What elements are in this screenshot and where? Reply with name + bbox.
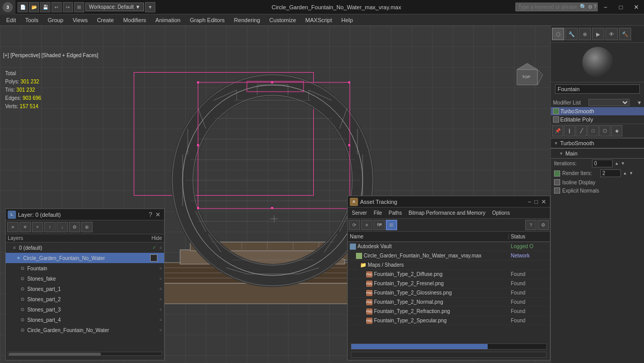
layer-tb-merge-icon[interactable]: ⊕ [81,222,93,232]
menu-animation[interactable]: Animation [151,16,185,24]
menu-customize[interactable]: Customize [265,16,300,24]
open-icon[interactable]: 📂 [29,2,39,12]
rp-pin-icon[interactable]: 📌 [552,125,563,136]
asset-menu-options[interactable]: Options [489,209,513,217]
asset-menu-bitmap[interactable]: Bitmap Performance and Memory [405,209,489,217]
menu-graph-editors[interactable]: Graph Editors [186,16,229,24]
asset-row-7[interactable]: PNG Fountain_Type_2_Refraction.png Found [348,307,550,316]
asset-tb-refresh-icon[interactable]: ⟳ [349,220,360,230]
layer-item-2[interactable]: ⊙ Fountain ≡ [6,263,164,273]
rp-iterations-spinner-up[interactable]: ▲ [615,161,619,166]
asset-panel-min[interactable]: − [526,198,533,205]
asset-row-3[interactable]: PNG Fountain_Type_2_Diffuse.png Found [348,270,550,279]
modifier-list-dropdown[interactable] [588,99,630,106]
help-icon[interactable]: ? [594,4,597,10]
asset-panel-close[interactable]: ✕ [540,198,548,205]
layer-tb-add-icon[interactable]: + [32,222,43,232]
layer-panel-titlebar[interactable]: L Layer: 0 (default) ? ✕ [6,209,164,220]
layer-item-0[interactable]: ≡ 0 (default) ✓ ≡ [6,243,164,253]
layer-item-5[interactable]: ⊙ Stones_part_2 ≡ [6,294,164,304]
asset-tb-help-icon[interactable]: ? [525,220,536,230]
modifier-editable-poly-checkbox[interactable] [553,116,559,123]
object-name-field[interactable] [555,84,640,94]
redo-icon[interactable]: ↪ [63,2,73,12]
layer-item-7[interactable]: ⊙ Stones_part_4 ≡ [6,315,164,325]
rp-border-icon[interactable]: □ [587,125,599,136]
search-input[interactable] [518,4,580,10]
save-icon[interactable]: 💾 [40,2,50,12]
rp-iterations-spinner-down[interactable]: ▼ [621,161,625,166]
menu-maxscript[interactable]: MAXScript [301,16,336,24]
workspace-expand-icon[interactable]: ▼ [145,2,155,12]
asset-menu-file[interactable]: File [370,209,385,217]
undo-icon[interactable]: ↩ [51,2,62,12]
layer-tb-layers-icon[interactable]: ≡ [7,222,19,232]
asset-tb-list-icon[interactable]: ≡ [361,220,372,230]
rp-vertex-icon[interactable]: | [564,125,575,136]
menu-help[interactable]: Help [337,16,357,24]
modifier-editable-poly[interactable]: Editable Poly [551,115,644,124]
modifier-turbosmooth[interactable]: TurboSmooth [551,107,644,115]
close-button[interactable]: ✕ [629,0,644,14]
rp-render-iters-checkbox[interactable] [554,170,560,177]
layer-item-1[interactable]: ≡ Circle_Garden_Fountain_No_Water ≡ [6,253,164,263]
layer-scrollbar[interactable] [8,352,162,356]
rp-isoline-checkbox[interactable] [554,179,560,185]
layer-item-3[interactable]: ⊙ Stones_fake ≡ [6,273,164,284]
rp-create-icon[interactable]: ⬡ [552,28,564,40]
layer-panel-help[interactable]: ? [147,211,154,218]
layer-tb-down-icon[interactable]: ↓ [57,222,68,232]
rp-section-main[interactable]: ▼ Main [551,148,644,159]
rp-explicit-normals-checkbox[interactable] [554,187,560,194]
asset-row-2[interactable]: 📁 Maps / Shaders [348,261,550,270]
rp-render-iters-input[interactable] [600,169,621,177]
asset-row-1[interactable]: Circle_Garden_Fountain_No_Water_max_vray… [348,251,550,261]
asset-tb-table-icon[interactable]: ⊞ [386,220,397,230]
asset-tb-map-icon[interactable]: 🗺 [373,220,385,230]
layer-tb-delete-icon[interactable]: ✕ [20,222,31,232]
modifier-turbosmooth-checkbox[interactable] [553,108,559,114]
view-cube[interactable]: TOP [509,59,545,95]
asset-row-6[interactable]: PNG Fountain_Type_2_Normal.png Found [348,298,550,307]
menu-views[interactable]: Views [68,16,92,24]
layer-tb-settings-icon[interactable]: ⚙ [69,222,80,232]
layer-tb-move-icon[interactable]: ↑ [44,222,56,232]
asset-panel-titlebar[interactable]: A Asset Tracking − □ ✕ [348,196,550,208]
layer-item-6[interactable]: ⊙ Stones_part_3 ≡ [6,304,164,315]
extra-icon[interactable]: ⊞ [74,2,84,12]
rp-utilities-icon[interactable]: 🔨 [619,28,631,40]
minimize-button[interactable]: − [598,0,613,14]
asset-menu-server[interactable]: Server [349,209,370,217]
asset-menu-paths[interactable]: Paths [386,209,405,217]
workspace-button[interactable]: Workspace: Default ▼ [85,3,144,11]
new-icon[interactable]: 📄 [17,2,28,12]
menu-modifiers[interactable]: Modifiers [119,16,150,24]
menu-group[interactable]: Group [44,16,68,24]
asset-row-5[interactable]: PNG Fountain_Type_2_Glossiness.png Found [348,288,550,298]
asset-row-0[interactable]: Autodesk Vault Logged O [348,242,550,251]
layer-item-4[interactable]: ⊙ Stones_part_1 ≡ [6,284,164,294]
menu-tools[interactable]: Tools [21,16,43,24]
layer-panel-close[interactable]: ✕ [154,211,162,218]
rp-modify-icon[interactable]: 🔧 [565,28,578,40]
rp-render-iters-down[interactable]: ▼ [629,171,633,176]
menu-rendering[interactable]: Rendering [230,16,264,24]
search-box[interactable]: 🔍 ⚙ ? [515,3,598,11]
asset-tb-settings-icon[interactable]: ⚙ [538,220,549,230]
maximize-button[interactable]: □ [613,0,629,14]
rp-motion-icon[interactable]: ▶ [592,28,604,40]
rp-element-icon[interactable]: ◈ [611,125,622,136]
rp-hierarchy-icon[interactable]: ⊕ [579,28,591,40]
rp-render-iters-up[interactable]: ▲ [623,171,627,176]
rp-section-turbosmooth[interactable]: ▼ TurboSmooth [551,138,644,148]
asset-row-8[interactable]: PNG Fountain_Type_2_Specular.png Found [348,316,550,325]
rp-edge-icon[interactable]: ╱ [576,125,587,136]
rp-iterations-input[interactable] [592,160,613,167]
rp-poly-icon[interactable]: ⬡ [599,125,611,136]
asset-row-4[interactable]: PNG Fountain_Type_2_Fresnel.png Found [348,279,550,288]
layer-1-toggle[interactable] [150,254,157,262]
menu-create[interactable]: Create [93,16,118,24]
layer-item-8[interactable]: ⊙ Circle_Garden_Fountain_No_Water ≡ [6,325,164,335]
menu-edit[interactable]: Edit [2,16,20,24]
asset-panel-max[interactable]: □ [533,198,540,205]
